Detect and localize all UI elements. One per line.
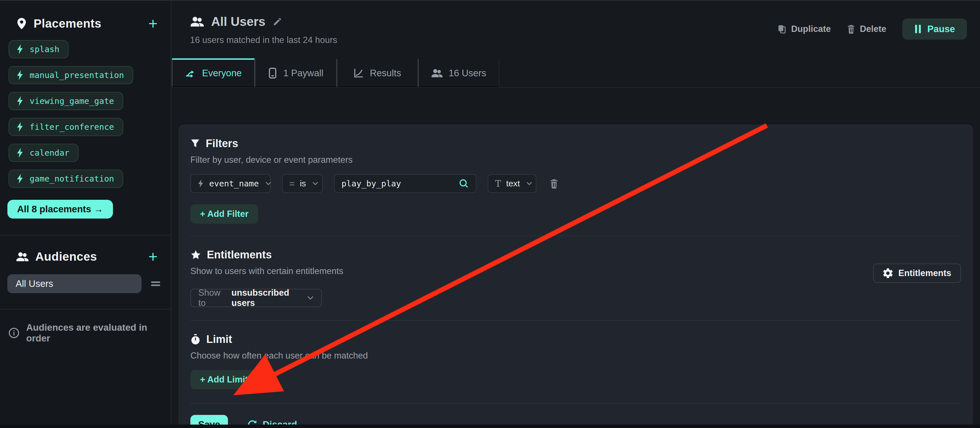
- chevron-down-icon: [526, 181, 532, 186]
- limit-title: Limit: [206, 333, 232, 345]
- chevron-down-icon: [307, 295, 314, 301]
- delete-button[interactable]: Delete: [847, 24, 886, 34]
- tab-users[interactable]: 16 Users: [418, 58, 500, 87]
- lightning-icon: [16, 148, 24, 158]
- tab-paywall[interactable]: 1 Paywall: [255, 58, 336, 87]
- section-divider: [190, 320, 961, 321]
- star-icon: [190, 250, 201, 260]
- add-limit-button[interactable]: + Add Limit: [190, 370, 258, 389]
- placement-list: splash manual_presentation viewing_game_…: [0, 39, 171, 188]
- filter-field-value: event_name: [209, 179, 259, 188]
- lightning-icon: [16, 45, 24, 54]
- entitlements-settings-label: Entitlements: [898, 268, 951, 278]
- app-window: Placements + splash manual_presentation …: [0, 0, 980, 428]
- section-divider: [190, 235, 961, 236]
- lightning-icon: [16, 70, 24, 80]
- entitlements-subtitle: Show to users with certain entitlements: [190, 266, 961, 276]
- audience-row: All Users: [0, 270, 171, 293]
- filter-row: event_name = is play_by_play: [190, 174, 961, 193]
- chart-icon: [353, 68, 364, 78]
- placement-chip-label: filter_conference: [30, 122, 114, 132]
- remove-filter-button[interactable]: [549, 178, 558, 189]
- placement-chip-splash[interactable]: splash: [8, 40, 68, 58]
- limit-section-header: Limit: [190, 333, 961, 345]
- pause-button[interactable]: Pause: [902, 19, 967, 40]
- show-to-value: unsubscribed users: [231, 288, 302, 308]
- filters-title: Filters: [206, 137, 238, 150]
- map-pin-icon: [16, 18, 27, 30]
- show-to-label: Show to: [198, 288, 225, 308]
- filters-section-header: Filters: [190, 137, 961, 150]
- people-icon: [431, 68, 443, 78]
- duplicate-label: Duplicate: [791, 24, 831, 34]
- pause-label: Pause: [928, 24, 955, 35]
- lightning-icon: [198, 179, 204, 188]
- filter-type-value: text: [506, 179, 520, 188]
- placement-chip-label: manual_presentation: [30, 70, 124, 80]
- chevron-down-icon: [312, 181, 318, 186]
- all-placements-button[interactable]: All 8 placements →: [7, 200, 113, 218]
- tab-everyone[interactable]: Everyone: [172, 58, 255, 87]
- matched-users-subtitle: 16 users matched in the last 24 hours: [190, 35, 337, 45]
- placement-chip-label: splash: [30, 45, 59, 54]
- placement-chip-game-notification[interactable]: game_notification: [8, 170, 123, 188]
- text-type-icon: T: [495, 178, 501, 189]
- add-audience-button[interactable]: +: [146, 251, 159, 263]
- filter-value-text: play_by_play: [342, 179, 401, 188]
- audience-item-all-users[interactable]: All Users: [7, 274, 142, 293]
- people-icon: [16, 251, 29, 262]
- tab-label: Everyone: [202, 68, 242, 78]
- placement-chip-filter-conference[interactable]: filter_conference: [8, 118, 123, 136]
- filter-value-input[interactable]: play_by_play: [334, 174, 476, 193]
- main-panel: All Users 16 users matched in the last 2…: [172, 1, 980, 428]
- pause-icon: [914, 24, 922, 34]
- tab-bar: Everyone 1 Paywall Results 16 Users: [172, 58, 980, 88]
- tab-label: 16 Users: [449, 68, 486, 78]
- info-icon: [8, 328, 19, 338]
- equals-icon: =: [290, 178, 295, 189]
- section-divider: [190, 403, 961, 404]
- chevron-down-icon: [265, 181, 272, 186]
- audience-config-card: Filters Filter by user, device or event …: [179, 125, 973, 428]
- sidebar: Placements + splash manual_presentation …: [0, 1, 171, 428]
- header-actions: Duplicate Delete Pause: [777, 19, 967, 40]
- show-to-dropdown[interactable]: Show to unsubscribed users: [190, 289, 322, 307]
- audiences-header: Audiences +: [0, 235, 171, 270]
- placement-chip-label: viewing_game_gate: [30, 96, 114, 106]
- filter-operator-value: is: [300, 179, 306, 188]
- add-filter-button[interactable]: + Add Filter: [190, 204, 258, 224]
- placement-chip-label: game_notification: [30, 174, 114, 183]
- filter-type-dropdown[interactable]: T text: [488, 174, 536, 193]
- placement-chip-viewing-game-gate[interactable]: viewing_game_gate: [8, 92, 123, 110]
- placement-chip-calendar[interactable]: calendar: [8, 144, 78, 162]
- placements-title: Placements: [33, 17, 140, 30]
- lightning-icon: [16, 96, 24, 106]
- tab-label: Results: [370, 68, 401, 78]
- audiences-note-text: Audiences are evaluated in order: [26, 322, 162, 344]
- duplicate-button[interactable]: Duplicate: [777, 24, 831, 34]
- filter-field-dropdown[interactable]: event_name: [190, 174, 270, 193]
- lightning-icon: [16, 122, 24, 132]
- main-header: All Users 16 users matched in the last 2…: [172, 1, 980, 58]
- stopwatch-icon: [190, 334, 200, 345]
- add-placement-button[interactable]: +: [146, 18, 159, 29]
- search-icon: [459, 178, 469, 189]
- phone-icon: [268, 67, 277, 79]
- drag-handle-icon[interactable]: [150, 280, 162, 287]
- filter-operator-dropdown[interactable]: = is: [282, 174, 323, 193]
- split-arrows-icon: [185, 68, 196, 78]
- entitlements-settings-button[interactable]: Entitlements: [873, 264, 961, 283]
- gear-icon: [883, 268, 892, 278]
- placement-chip-manual-presentation[interactable]: manual_presentation: [8, 66, 133, 84]
- pencil-icon[interactable]: [272, 16, 283, 27]
- tab-results[interactable]: Results: [337, 58, 418, 87]
- audiences-title: Audiences: [35, 250, 140, 264]
- placement-chip-label: calendar: [30, 148, 70, 158]
- bottom-edge: [0, 425, 980, 428]
- lightning-icon: [16, 174, 24, 183]
- tab-label: 1 Paywall: [283, 68, 323, 78]
- people-icon: [190, 16, 204, 27]
- trash-icon: [847, 24, 855, 34]
- filters-subtitle: Filter by user, device or event paramete…: [190, 155, 961, 165]
- funnel-icon: [190, 138, 200, 149]
